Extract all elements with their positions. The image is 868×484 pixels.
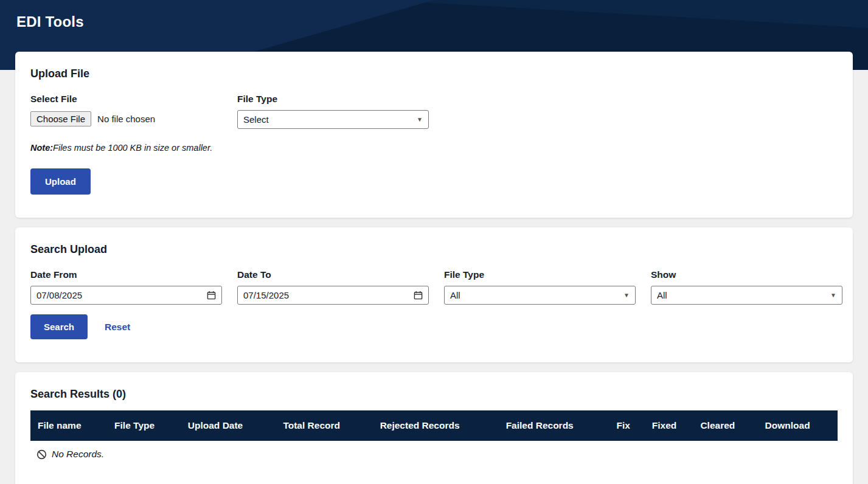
date-to-label: Date To <box>237 269 429 280</box>
chevron-down-icon: ▼ <box>417 117 423 123</box>
choose-file-button[interactable]: Choose File <box>30 111 91 126</box>
upload-file-type-field: File Type Select ▼ <box>237 94 429 129</box>
reset-link[interactable]: Reset <box>105 322 130 333</box>
no-records-icon <box>36 449 47 460</box>
col-fixed: Fixed <box>645 410 693 441</box>
upload-file-heading: Upload File <box>30 67 838 80</box>
col-total-record: Total Record <box>276 410 372 441</box>
table-header-row: File name File Type Upload Date Total Re… <box>30 410 838 441</box>
main-content: Upload File Select File Choose File No f… <box>15 52 853 484</box>
date-from-value[interactable] <box>36 290 207 300</box>
search-upload-heading: Search Upload <box>30 243 838 256</box>
search-file-type-field: File Type All ▼ <box>444 269 636 305</box>
chevron-down-icon: ▼ <box>830 292 836 299</box>
search-button[interactable]: Search <box>30 314 88 339</box>
date-to-input[interactable] <box>237 286 429 305</box>
upload-file-card: Upload File Select File Choose File No f… <box>15 52 853 218</box>
search-results-heading: Search Results (0) <box>30 388 838 401</box>
results-table: File name File Type Upload Date Total Re… <box>30 410 838 441</box>
select-file-field: Select File Choose File No file chosen <box>30 94 222 129</box>
note-label: Note: <box>30 143 53 153</box>
search-file-type-label: File Type <box>444 269 636 280</box>
file-chosen-text: No file chosen <box>97 114 155 124</box>
show-select[interactable]: All ▼ <box>651 286 842 305</box>
search-actions: Search Reset <box>30 314 838 339</box>
col-cleared: Cleared <box>693 410 757 441</box>
col-failed-records: Failed Records <box>499 410 609 441</box>
upload-button[interactable]: Upload <box>30 168 91 195</box>
col-file-name: File name <box>30 410 107 441</box>
chevron-down-icon: ▼ <box>623 292 630 299</box>
file-input[interactable]: Choose File No file chosen <box>30 110 222 127</box>
search-grid: Date From Date To <box>30 269 838 305</box>
date-from-field: Date From <box>30 269 222 305</box>
show-label: Show <box>651 269 842 280</box>
show-selected-value: All <box>657 290 667 300</box>
date-to-value[interactable] <box>243 290 414 300</box>
upload-grid: Select File Choose File No file chosen F… <box>30 94 838 129</box>
file-type-label: File Type <box>237 94 429 105</box>
date-from-input[interactable] <box>30 286 222 305</box>
search-upload-card: Search Upload Date From <box>15 227 853 362</box>
calendar-icon[interactable] <box>414 291 423 300</box>
file-type-select[interactable]: Select ▼ <box>237 110 429 129</box>
select-file-label: Select File <box>30 94 222 105</box>
search-file-type-value: All <box>450 290 460 300</box>
date-to-field: Date To <box>237 269 429 305</box>
results-table-header: File name File Type Upload Date Total Re… <box>30 410 838 441</box>
search-results-card: Search Results (0) File name File Type U… <box>15 372 853 484</box>
no-records-text: No Records. <box>52 449 104 460</box>
col-file-type: File Type <box>107 410 181 441</box>
upload-note: Note:Files must be 1000 KB in size or sm… <box>30 141 213 155</box>
file-type-selected-value: Select <box>243 114 269 125</box>
show-field: Show All ▼ <box>651 269 842 305</box>
search-file-type-select[interactable]: All ▼ <box>444 286 636 305</box>
page-title: EDI Tools <box>0 0 868 30</box>
col-fix: Fix <box>609 410 644 441</box>
calendar-icon[interactable] <box>207 291 216 300</box>
col-download: Download <box>758 410 838 441</box>
no-records-row: No Records. <box>30 441 838 468</box>
col-upload-date: Upload Date <box>181 410 276 441</box>
date-from-label: Date From <box>30 269 222 280</box>
col-rejected-records: Rejected Records <box>373 410 499 441</box>
note-text: Files must be 1000 KB in size or smaller… <box>53 143 212 153</box>
